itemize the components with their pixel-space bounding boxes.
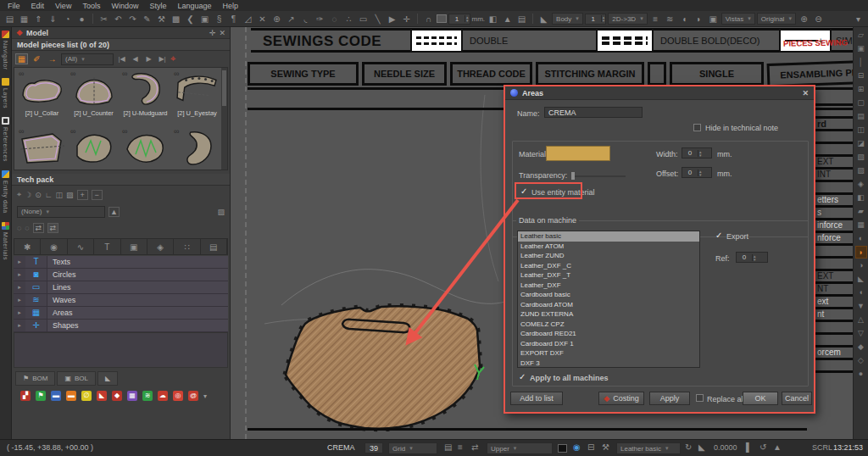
slider-handle[interactable] (571, 172, 575, 180)
tree-row-areas[interactable]: ▸▦Areas (14, 307, 228, 320)
tool-icon[interactable]: ◖ (855, 286, 867, 299)
tab-dots-icon[interactable]: ∷ (174, 239, 200, 254)
layer-icon[interactable]: ▤ (515, 14, 528, 24)
original-dropdown[interactable]: Original▾ (757, 13, 796, 25)
curve-icon[interactable]: ◟ (299, 14, 312, 24)
tool-icon[interactable]: ▦ (855, 219, 867, 231)
ring-yellow-icon[interactable]: ∅ (81, 391, 92, 401)
sidebar-tab-entity-data[interactable]: Entity data (2, 170, 9, 214)
material-swatch[interactable] (546, 146, 610, 161)
first-piece-icon[interactable]: |◀ (116, 55, 127, 63)
piece-thumb[interactable]: ∞ (18, 129, 66, 170)
pill-orange-icon[interactable]: ▬ (66, 391, 76, 401)
machine-item[interactable]: Cardboard RED21 (518, 329, 699, 339)
tool-icon[interactable]: ◆ (855, 341, 867, 353)
next-piece-icon[interactable]: ▶ (143, 55, 154, 63)
record-icon[interactable]: ● (75, 14, 88, 24)
cross-tool-icon[interactable]: ✛ (400, 14, 413, 24)
last-left-icon[interactable]: ◖ (678, 14, 691, 24)
ok-button[interactable]: OK (743, 392, 778, 405)
machine-item[interactable]: EXPORT DXF (518, 348, 699, 359)
sidebar-tab-materials[interactable]: Materials (2, 222, 9, 260)
name-input[interactable]: CREMA (544, 107, 643, 118)
menu-help[interactable]: Help (222, 2, 238, 10)
ref-stepper[interactable]: 0▴▾ (736, 252, 768, 263)
panel-icon[interactable]: ◫ (56, 191, 64, 199)
piece-thumb[interactable]: ∞ (70, 129, 118, 170)
pieces-filter-dropdown[interactable]: (All)▾ (61, 53, 114, 65)
session-icon[interactable]: ◔ (61, 14, 74, 24)
tree-row-texts[interactable]: ▸TTexts (14, 256, 228, 269)
pieces-scrollbar[interactable] (221, 68, 227, 170)
costing-button[interactable]: ◆Costing (598, 392, 644, 405)
tool-icon[interactable]: ◑ (855, 259, 867, 272)
cancel-button[interactable]: Cancel (782, 392, 812, 405)
last-piece-icon[interactable]: ▶| (157, 55, 168, 63)
remove-icon[interactable]: − (92, 190, 103, 200)
sidebar-tab-navigator[interactable]: Navigator (2, 31, 9, 70)
save-icon[interactable]: ▦ (18, 14, 31, 24)
menu-file[interactable]: File (8, 2, 20, 10)
tab-doc-icon[interactable]: ▤ (201, 239, 227, 254)
cut-icon[interactable]: ✂ (97, 14, 110, 24)
tool-icon[interactable]: ◇ (855, 354, 867, 367)
tree-row-lines[interactable]: ▸▭Lines (14, 281, 228, 294)
close-icon[interactable]: ✕ (219, 29, 225, 37)
tab-notes-icon[interactable]: ◉ (41, 239, 67, 254)
offset-stepper[interactable]: 0▴▾ (682, 167, 712, 178)
mountain-icon[interactable]: ▲ (108, 207, 120, 217)
replace-all-checkbox[interactable] (696, 394, 704, 402)
stepper-arrows-icon[interactable]: ▴▾ (698, 150, 703, 157)
paste-icon[interactable]: ▣ (198, 14, 211, 24)
vistas-dropdown[interactable]: Vistas▾ (721, 13, 755, 25)
tool-icon[interactable]: ● (855, 368, 867, 381)
mode-dropdown[interactable]: 2D->3D▾ (608, 13, 647, 25)
stepper-arrows-icon[interactable]: ▴▾ (698, 170, 703, 176)
stack-icon[interactable]: ▲ (501, 14, 514, 24)
expand-icon[interactable]: ▸ (14, 294, 25, 306)
heel-icon[interactable]: ◣ (97, 391, 107, 401)
piece-thumb-collar[interactable]: ∞ [2] U_Collar (18, 71, 66, 117)
tool-icon[interactable]: ▧ (855, 151, 867, 164)
select-icon[interactable]: ▶ (386, 14, 398, 24)
machine-item[interactable]: Leather_DXF _T (518, 270, 699, 281)
mirror-icon[interactable]: ⇄ (471, 442, 478, 452)
prev-piece-icon[interactable]: ◀ (130, 55, 141, 63)
tab-points-icon[interactable]: ✱ (14, 239, 41, 254)
tool-icon[interactable]: │ (855, 56, 867, 69)
piece-thumb[interactable]: ∞ (173, 129, 221, 170)
arc-icon[interactable]: ☽ (25, 191, 31, 199)
add-to-list-button[interactable]: Add to list (510, 392, 563, 405)
export-image-icon[interactable]: ▨ (217, 208, 225, 216)
tab-bom[interactable]: ⚑BOM (15, 371, 55, 386)
leather-piece[interactable] (286, 306, 480, 428)
menu-language[interactable]: Language (177, 2, 211, 10)
value-stepper[interactable]: 1▴▾ (448, 14, 470, 25)
menu-style[interactable]: Style (149, 2, 166, 10)
expand-icon[interactable]: ▸ (14, 256, 25, 268)
expand-icon[interactable]: ▸ (14, 307, 25, 319)
corner-icon[interactable]: ◿ (242, 14, 254, 24)
swap-icon[interactable]: ⇄ (33, 223, 44, 233)
copy-icon[interactable]: ▩ (170, 14, 182, 24)
zoom-value[interactable]: 39 (364, 442, 383, 453)
apply-all-check-icon[interactable]: ✓ (519, 372, 526, 381)
refresh-icon[interactable]: ↻ (685, 442, 692, 452)
expand-icon[interactable]: ▸ (14, 281, 25, 293)
dialog-titlebar[interactable]: Areas ✕ (505, 86, 814, 100)
stepper-arrows-icon[interactable]: ▴▾ (752, 254, 757, 261)
width-stepper[interactable]: 0▴▾ (682, 147, 712, 158)
tool-icon[interactable]: △ (855, 314, 867, 326)
apply-button[interactable]: Apply (649, 392, 690, 405)
tool-icon[interactable]: ◈ (855, 178, 867, 191)
stepper-arrows-icon[interactable]: ▴▾ (465, 15, 470, 22)
machine-item[interactable]: ZUND EXTERNA (518, 309, 699, 320)
tab-panels-icon[interactable]: ▣ (121, 239, 147, 254)
arrow-tool-icon[interactable]: ↗ (285, 14, 298, 24)
menu-view[interactable]: View (55, 2, 71, 10)
back-icon[interactable]: ❮ (184, 14, 197, 24)
tab-texts-icon[interactable]: T (94, 239, 120, 254)
list-style-icon[interactable]: ≡ (458, 442, 463, 452)
menu-edit[interactable]: Edit (31, 2, 45, 10)
pin-tool-icon[interactable]: ¶ (227, 14, 240, 24)
